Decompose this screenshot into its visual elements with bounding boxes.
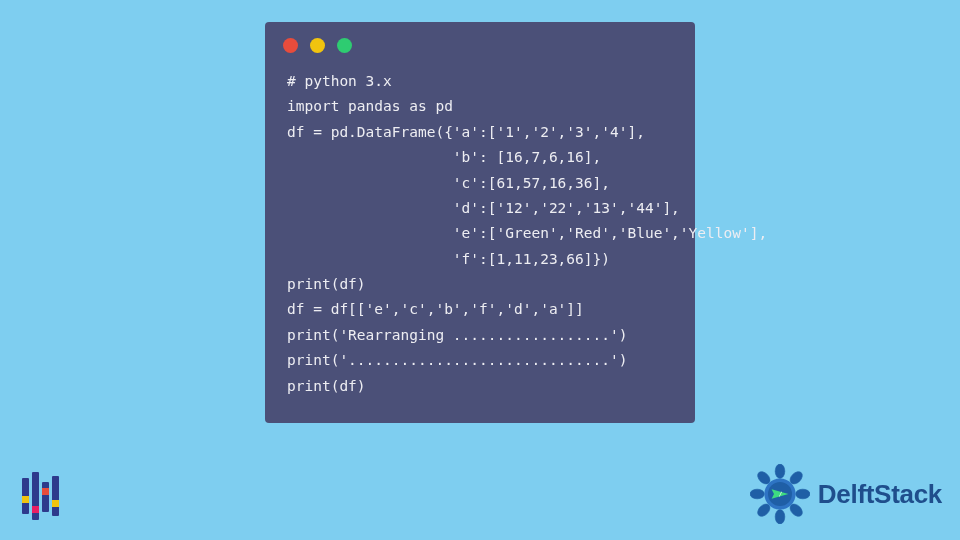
brand-logo-icon: / xyxy=(750,464,810,524)
svg-point-0 xyxy=(775,464,785,478)
close-icon xyxy=(283,38,298,53)
code-block: # python 3.x import pandas as pd df = pd… xyxy=(265,63,695,407)
code-line: 'e':['Green','Red','Blue','Yellow'], xyxy=(287,225,767,241)
svg-text:/: / xyxy=(779,490,783,497)
code-line: print('..............................') xyxy=(287,352,627,368)
svg-point-6 xyxy=(750,489,764,499)
code-line: df = df[['e','c','b','f','d','a']] xyxy=(287,301,584,317)
code-line: print(df) xyxy=(287,276,366,292)
svg-point-4 xyxy=(775,510,785,524)
minimize-icon xyxy=(310,38,325,53)
code-line: print('Rearranging ..................') xyxy=(287,327,627,343)
code-line: 'c':[61,57,16,36], xyxy=(287,175,610,191)
code-window: # python 3.x import pandas as pd df = pd… xyxy=(265,22,695,423)
brand: / DelftStack xyxy=(750,464,942,524)
maximize-icon xyxy=(337,38,352,53)
brand-name: DelftStack xyxy=(818,479,942,510)
code-line: 'd':['12','22','13','44'], xyxy=(287,200,680,216)
code-line: 'f':[1,11,23,66]}) xyxy=(287,251,610,267)
code-line: print(df) xyxy=(287,378,366,394)
window-controls xyxy=(265,22,695,63)
code-line: # python 3.x xyxy=(287,73,392,89)
code-line: df = pd.DataFrame({'a':['1','2','3','4']… xyxy=(287,124,645,140)
code-line: 'b': [16,7,6,16], xyxy=(287,149,601,165)
svg-point-2 xyxy=(795,489,809,499)
code-line: import pandas as pd xyxy=(287,98,453,114)
bars-icon xyxy=(18,472,66,520)
